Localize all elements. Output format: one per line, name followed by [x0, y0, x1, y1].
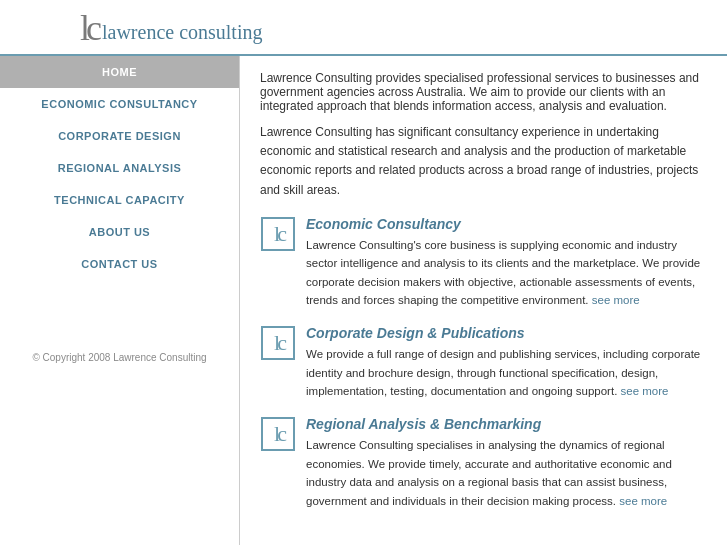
nav-item-economic-consultancy[interactable]: ECONOMIC CONSULTANCY — [0, 88, 239, 120]
service-section-0: lcEconomic ConsultancyLawrence Consultin… — [260, 216, 707, 310]
lc-icon-2: lc — [261, 417, 295, 451]
copyright: © Copyright 2008 Lawrence Consulting — [0, 340, 239, 375]
logo-text: lawrence consulting — [102, 21, 263, 46]
service-section-1: lcCorporate Design & PublicationsWe prov… — [260, 325, 707, 400]
service-body-0: Economic ConsultancyLawrence Consulting'… — [306, 216, 707, 310]
see-more-link-1[interactable]: see more — [621, 385, 669, 397]
logo-container: lc lawrence consulting — [80, 10, 707, 46]
service-logo-1: lc — [260, 325, 296, 361]
service-desc-1: We provide a full range of design and pu… — [306, 345, 707, 400]
see-more-link-0[interactable]: see more — [592, 294, 640, 306]
service-logo-2: lc — [260, 416, 296, 452]
service-section-2: lcRegional Analysis & BenchmarkingLawren… — [260, 416, 707, 510]
nav-item-home[interactable]: HOME — [0, 56, 239, 88]
nav-item-corporate-design[interactable]: CORPORATE DESIGN — [0, 120, 239, 152]
sidebar: HOMEECONOMIC CONSULTANCYCORPORATE DESIGN… — [0, 56, 240, 545]
service-logo-0: lc — [260, 216, 296, 252]
service-desc-2: Lawrence Consulting specialises in analy… — [306, 436, 707, 510]
nav-item-about-us[interactable]: ABOUT US — [0, 216, 239, 248]
service-body-1: Corporate Design & PublicationsWe provid… — [306, 325, 707, 400]
service-body-2: Regional Analysis & BenchmarkingLawrence… — [306, 416, 707, 510]
logo-mark: lc — [80, 10, 98, 46]
lc-icon-1: lc — [261, 326, 295, 360]
intro-paragraph-2: Lawrence Consulting has significant cons… — [260, 123, 707, 200]
nav-list: HOMEECONOMIC CONSULTANCYCORPORATE DESIGN… — [0, 56, 239, 280]
intro-paragraph-1: Lawrence Consulting provides specialised… — [260, 71, 707, 113]
header: lc lawrence consulting — [0, 0, 727, 56]
main-layout: HOMEECONOMIC CONSULTANCYCORPORATE DESIGN… — [0, 56, 727, 545]
see-more-link-2[interactable]: see more — [619, 495, 667, 507]
services-list: lcEconomic ConsultancyLawrence Consultin… — [260, 216, 707, 510]
content-area: Lawrence Consulting provides specialised… — [240, 56, 727, 545]
nav-item-contact-us[interactable]: CONTACT US — [0, 248, 239, 280]
lc-icon-0: lc — [261, 217, 295, 251]
nav-item-technical-capacity[interactable]: TECHNICAL CAPACITY — [0, 184, 239, 216]
nav-item-regional-analysis[interactable]: REGIONAL ANALYSIS — [0, 152, 239, 184]
service-desc-0: Lawrence Consulting's core business is s… — [306, 236, 707, 310]
service-title-2: Regional Analysis & Benchmarking — [306, 416, 707, 432]
service-title-1: Corporate Design & Publications — [306, 325, 707, 341]
service-title-0: Economic Consultancy — [306, 216, 707, 232]
